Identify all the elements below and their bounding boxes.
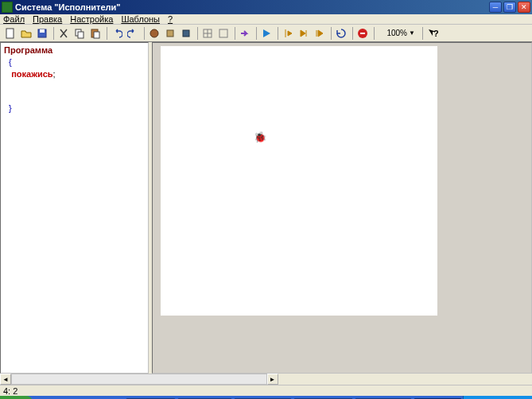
h-scrollbar: ◄ ►	[0, 374, 532, 385]
code-content: Программа { покажись; }	[1, 43, 148, 116]
undo-button[interactable]	[110, 26, 124, 41]
grid2-button[interactable]	[216, 26, 231, 41]
copy-button[interactable]	[72, 26, 87, 41]
scroll-track[interactable]	[11, 374, 267, 385]
svg-rect-11	[219, 29, 227, 37]
cut-button[interactable]	[56, 26, 71, 41]
robot2-button[interactable]	[163, 26, 177, 41]
new-button[interactable]	[3, 26, 17, 41]
save-button[interactable]	[35, 26, 49, 41]
window-title: Система "Исполнители"	[15, 2, 487, 12]
system-tray: 18:59	[463, 396, 532, 399]
menu-file[interactable]: Файл	[3, 14, 25, 24]
svg-rect-4	[78, 32, 83, 38]
step2-button[interactable]	[297, 26, 311, 41]
robot3-button[interactable]	[179, 26, 193, 41]
zoom-dropdown[interactable]: ▼	[409, 29, 415, 37]
step1-button[interactable]	[281, 26, 295, 41]
svg-text:?: ?	[433, 29, 438, 38]
app-icon	[2, 2, 13, 13]
run-button[interactable]	[259, 26, 274, 41]
view-pane: 🐞	[152, 42, 532, 374]
svg-rect-2	[40, 29, 45, 33]
redo-button[interactable]	[126, 26, 140, 41]
workspace: Программа { покажись; } 🐞	[0, 42, 532, 374]
menu-templates[interactable]: Шаблоны	[121, 14, 160, 24]
paste-button[interactable]	[88, 26, 103, 41]
code-editor[interactable]: Программа { покажись; }	[0, 42, 149, 374]
code-brace-open: {	[4, 57, 12, 67]
start-button[interactable]: пуск	[0, 396, 33, 399]
code-keyword: Программа	[4, 45, 52, 55]
menu-edit[interactable]: Правка	[33, 14, 62, 24]
close-button[interactable]: ✕	[518, 2, 530, 13]
reload-button[interactable]	[334, 26, 348, 41]
svg-point-7	[150, 29, 158, 37]
canvas[interactable]: 🐞	[161, 46, 437, 316]
zoom-value: 100%	[379, 29, 407, 37]
windows-taskbar: пуск Microsoft Off... Мой компьютер Исп-…	[0, 396, 532, 399]
svg-rect-9	[183, 30, 189, 37]
svg-rect-0	[6, 29, 14, 38]
statusbar: 4: 2	[0, 385, 532, 396]
code-command: покажись	[4, 69, 53, 79]
svg-rect-8	[167, 30, 173, 37]
robot1-button[interactable]	[147, 26, 161, 41]
svg-rect-6	[94, 32, 99, 38]
code-brace-close: }	[4, 103, 12, 113]
whats-this-button[interactable]: ?	[425, 26, 440, 41]
toolbar: 100% ▼ ?	[0, 25, 532, 42]
stop-button[interactable]	[355, 26, 370, 41]
step3-button[interactable]	[313, 26, 327, 41]
action1-button[interactable]	[238, 26, 252, 41]
turtle-icon: 🐞	[254, 131, 266, 143]
cursor-position: 4: 2	[3, 386, 17, 396]
open-button[interactable]	[19, 26, 33, 41]
titlebar: Система "Исполнители" ─ ❐ ✕	[0, 0, 532, 14]
scroll-left-button[interactable]: ◄	[0, 374, 11, 385]
menu-help[interactable]: ?	[168, 14, 173, 24]
maximize-button[interactable]: ❐	[503, 2, 516, 13]
minimize-button[interactable]: ─	[489, 2, 502, 13]
menubar: Файл Правка Настройка Шаблоны ?	[0, 14, 532, 25]
svg-rect-13	[360, 33, 365, 34]
grid1-button[interactable]	[200, 26, 215, 41]
menu-settings[interactable]: Настройка	[70, 14, 113, 24]
scroll-right-button[interactable]: ►	[267, 374, 278, 385]
